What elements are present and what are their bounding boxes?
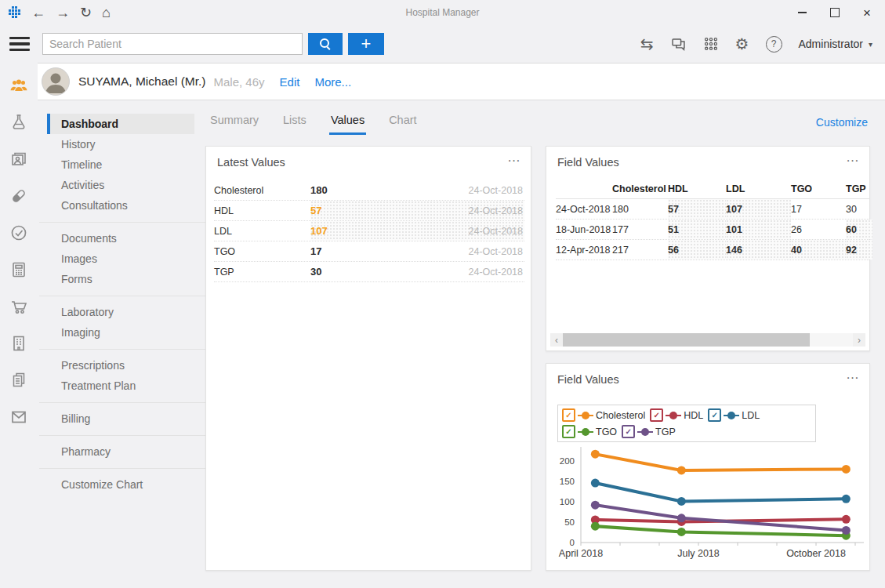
- rail-item-facility-building[interactable]: [0, 325, 38, 361]
- checkbox-checked-icon[interactable]: ✓: [708, 408, 721, 422]
- forward-icon[interactable]: →: [56, 5, 70, 20]
- rail-item-calculator[interactable]: [0, 251, 38, 288]
- x-tick-label: October 2018: [786, 548, 846, 559]
- sidebar-item-pharmacy[interactable]: Pharmacy: [38, 441, 205, 462]
- value-number: 30: [310, 266, 321, 278]
- data-point-tgo: [677, 528, 686, 536]
- tab-chart[interactable]: Chart: [387, 114, 418, 135]
- search-input[interactable]: [42, 33, 303, 55]
- rail-item-messages-mail[interactable]: [0, 398, 38, 435]
- legend-label: TGO: [596, 426, 617, 437]
- sidebar-item-images[interactable]: Images: [38, 249, 205, 269]
- legend-item-tgp[interactable]: ✓TGP: [622, 425, 676, 438]
- value-date: 24-Oct-2018: [469, 185, 524, 196]
- sidebar-divider: [39, 349, 205, 350]
- rail-item-tasks-check[interactable]: [0, 214, 38, 251]
- close-icon[interactable]: ×: [863, 6, 871, 20]
- apps-grid-icon[interactable]: [703, 36, 719, 52]
- legend-item-cholesterol[interactable]: ✓Cholesterol: [562, 408, 645, 422]
- table-value-cell: 146: [726, 240, 791, 260]
- back-icon[interactable]: ←: [31, 5, 45, 20]
- legend-item-hdl[interactable]: ✓HDL: [650, 408, 703, 422]
- maximize-icon[interactable]: [830, 8, 840, 17]
- rail-item-documents-pages[interactable]: [0, 361, 38, 398]
- window-controls: ×: [798, 6, 885, 20]
- value-label: HDL: [214, 201, 310, 220]
- help-icon[interactable]: ?: [766, 36, 782, 53]
- patient-avatar[interactable]: [42, 67, 70, 96]
- legend-item-ldl[interactable]: ✓LDL: [708, 408, 760, 422]
- sidebar-item-laboratory[interactable]: Laboratory: [38, 302, 205, 322]
- list-item[interactable]: Cholesterol18024-Oct-2018: [214, 180, 524, 201]
- scroll-right-icon[interactable]: ›: [853, 333, 865, 347]
- checkbox-checked-icon[interactable]: ✓: [650, 408, 663, 422]
- scrollbar-thumb[interactable]: [563, 333, 810, 347]
- edit-patient-link[interactable]: Edit: [280, 75, 300, 89]
- sidebar-item-imaging[interactable]: Imaging: [38, 322, 205, 343]
- messages-mail-icon: [9, 408, 28, 426]
- more-link[interactable]: More...: [314, 75, 351, 89]
- hamburger-menu-icon[interactable]: [9, 34, 30, 54]
- x-tick-label: July 2018: [677, 548, 720, 559]
- home-icon[interactable]: ⌂: [102, 5, 111, 20]
- transfer-icon[interactable]: ⇆: [640, 36, 654, 52]
- card-menu-icon[interactable]: …: [846, 148, 860, 167]
- table-value-cell: 26: [791, 220, 846, 239]
- sidebar-item-consultations[interactable]: Consultations: [38, 195, 205, 216]
- sidebar-item-prescriptions[interactable]: Prescriptions: [38, 355, 205, 376]
- tab-summary[interactable]: Summary: [209, 114, 260, 135]
- refresh-icon[interactable]: ↻: [80, 5, 92, 20]
- card-menu-icon[interactable]: …: [846, 365, 860, 384]
- scroll-left-icon[interactable]: ‹: [550, 333, 563, 347]
- search-button[interactable]: [308, 33, 343, 55]
- rail-item-laboratory-flask[interactable]: [0, 103, 38, 140]
- series-marker-icon: [637, 427, 653, 436]
- sidebar-item-history[interactable]: History: [38, 134, 205, 154]
- data-point-tgp: [591, 501, 600, 510]
- sidebar-item-forms[interactable]: Forms: [38, 269, 205, 289]
- table-row[interactable]: 12-Apr-2018217561464092: [556, 240, 869, 260]
- sidebar-item-label: Customize Chart: [61, 478, 143, 491]
- sidebar-item-timeline[interactable]: Timeline: [38, 154, 205, 175]
- table-row[interactable]: 18-Jun-2018177511012660: [556, 220, 869, 240]
- tab-values[interactable]: Values: [329, 114, 366, 135]
- data-point-ldl: [842, 495, 851, 503]
- sidebar-item-activities[interactable]: Activities: [38, 175, 205, 195]
- table-row[interactable]: 24-Oct-2018180571071730: [556, 199, 869, 220]
- checkbox-checked-icon[interactable]: ✓: [562, 425, 575, 438]
- table-date-cell: 18-Jun-2018: [556, 220, 612, 239]
- add-patient-button[interactable]: +: [348, 33, 384, 55]
- legend-label: LDL: [742, 410, 760, 421]
- data-point-ldl: [677, 497, 686, 506]
- value-number: 180: [310, 184, 328, 196]
- list-item[interactable]: LDL10724-Oct-2018: [214, 221, 524, 241]
- customize-link[interactable]: Customize: [816, 116, 868, 135]
- sidebar-item-dashboard[interactable]: Dashboard: [47, 114, 194, 134]
- sidebar-item-treatment-plan[interactable]: Treatment Plan: [38, 376, 205, 396]
- rail-item-patients[interactable]: [0, 67, 38, 103]
- table-value-cell: 57: [668, 199, 726, 219]
- checkbox-checked-icon[interactable]: ✓: [622, 425, 635, 438]
- tab-lists[interactable]: Lists: [281, 114, 308, 135]
- list-item[interactable]: HDL5724-Oct-2018: [214, 201, 524, 221]
- user-menu[interactable]: Administrator ▾: [799, 38, 873, 50]
- list-item[interactable]: TGO1724-Oct-2018: [214, 241, 524, 262]
- checkbox-checked-icon[interactable]: ✓: [562, 408, 575, 422]
- rail-item-patient-images[interactable]: [0, 140, 38, 177]
- rail-item-orders-cart[interactable]: [0, 288, 38, 325]
- sidebar-item-documents[interactable]: Documents: [38, 228, 205, 249]
- settings-gear-icon[interactable]: ⚙: [735, 36, 749, 52]
- legend-item-tgo[interactable]: ✓TGO: [562, 425, 617, 438]
- minimize-icon[interactable]: [798, 12, 807, 13]
- rail-item-medication-pill[interactable]: [0, 177, 38, 214]
- messages-icon[interactable]: [670, 36, 687, 53]
- latest-values-list: Cholesterol18024-Oct-2018HDL5724-Oct-201…: [206, 180, 531, 282]
- list-item[interactable]: TGP3024-Oct-2018: [214, 262, 524, 282]
- sidebar-item-customize-chart[interactable]: Customize Chart: [38, 474, 205, 495]
- scrollbar-track[interactable]: [563, 333, 853, 347]
- orders-cart-icon: [9, 297, 28, 316]
- sidebar-item-billing[interactable]: Billing: [38, 408, 205, 429]
- patient-bar: SUYAMA, Michael (Mr.) Male, 46y Edit Mor…: [38, 63, 885, 100]
- card-menu-icon[interactable]: …: [507, 148, 521, 167]
- value-area: 5724-Oct-2018: [310, 201, 524, 220]
